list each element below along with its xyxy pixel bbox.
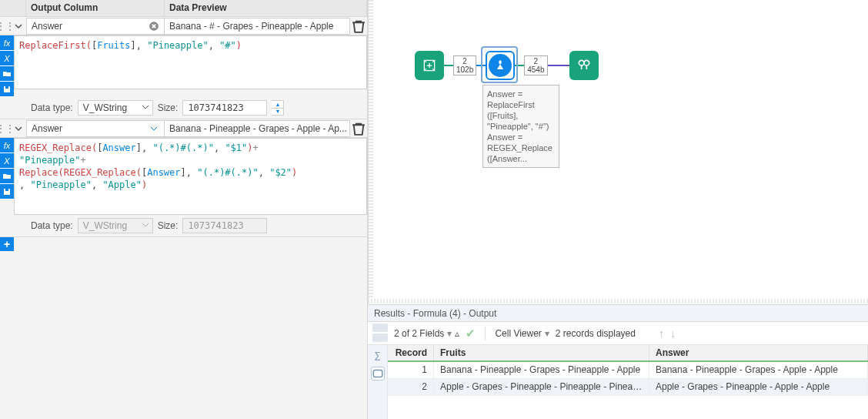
save-button[interactable] bbox=[0, 184, 14, 199]
expression-editor[interactable]: REGEX_Replace([Answer], "(.*)#(.*)", "$1… bbox=[14, 138, 367, 215]
cell-viewer-dropdown[interactable]: Cell Viewer ▾ bbox=[495, 328, 549, 339]
drag-handle-icon[interactable]: ⋮⋮ bbox=[0, 119, 11, 138]
chevron-down-icon bbox=[142, 102, 149, 113]
header-output-column: Output Column bbox=[26, 0, 165, 16]
svg-point-2 bbox=[579, 60, 584, 65]
results-toolbar: 2 of 2 Fields ▾ ▵ ✔ Cell Viewer ▾ 2 reco… bbox=[368, 322, 868, 345]
spin-down-icon: ▼ bbox=[272, 109, 283, 116]
output-column-value: Answer bbox=[32, 21, 149, 32]
add-expression-button[interactable]: + bbox=[0, 237, 14, 251]
check-icon[interactable]: ✔ bbox=[466, 327, 476, 340]
collapse-toggle[interactable] bbox=[11, 17, 26, 35]
text-input-tool[interactable] bbox=[415, 51, 444, 80]
size-spinner[interactable]: ▲▼ bbox=[272, 100, 284, 116]
collapse-toggle[interactable] bbox=[11, 119, 26, 138]
col-answer[interactable]: Answer bbox=[649, 345, 868, 360]
expression-block: ⋮⋮ Answer Banana - # - Grapes - Pineappl… bbox=[0, 17, 367, 119]
chevron-down-icon bbox=[149, 123, 159, 134]
fx-button[interactable]: fx bbox=[0, 138, 14, 153]
connector bbox=[476, 65, 486, 66]
formula-tool[interactable] bbox=[486, 51, 515, 80]
workflow: 2102b 2454b bbox=[415, 51, 599, 80]
data-preview-value: Banana - Pineapple - Grapes - Apple - Ap… bbox=[165, 120, 350, 137]
records-count: 2 records displayed bbox=[556, 328, 636, 339]
connection-label: 2454b bbox=[524, 55, 547, 75]
expression-toolbar: fx X bbox=[0, 35, 14, 97]
table-row[interactable]: 2 Apple - Grapes - Pineapple - Pineapple… bbox=[388, 379, 868, 396]
datatype-row: Data type: V_WString Size: 1073741823 bbox=[0, 215, 367, 236]
table-row[interactable]: 1 Banana - Pineapple - Grapes - Pineappl… bbox=[388, 362, 868, 379]
chevron-down-icon bbox=[142, 220, 149, 231]
datatype-select[interactable]: V_WString bbox=[78, 100, 153, 116]
fx-button[interactable]: fx bbox=[0, 35, 14, 51]
results-pane: Results - Formula (4) - Output 2 of 2 Fi… bbox=[368, 304, 868, 419]
sum-icon[interactable]: ∑ bbox=[371, 348, 385, 362]
output-column-input[interactable]: Answer bbox=[26, 18, 165, 35]
datatype-label: Data type: bbox=[31, 220, 73, 231]
variable-button[interactable]: X bbox=[0, 51, 14, 66]
variable-button[interactable]: X bbox=[0, 153, 14, 169]
datatype-select: V_WString bbox=[78, 218, 153, 233]
size-input: 1073741823 bbox=[182, 218, 267, 233]
arrow-up-icon[interactable]: ↑ bbox=[659, 327, 664, 340]
open-button[interactable] bbox=[0, 66, 14, 82]
expression-editor[interactable]: ReplaceFirst([Fruits], "Pineapple", "#") bbox=[14, 35, 367, 89]
connector bbox=[444, 65, 453, 66]
col-fruits[interactable]: Fruits bbox=[434, 345, 649, 360]
tool-annotation: Answer = ReplaceFirst ([Fruits], "Pineap… bbox=[482, 85, 559, 168]
size-input[interactable]: 1073741823 bbox=[182, 100, 267, 116]
results-sidebar: ∑ bbox=[368, 345, 388, 419]
browse-tool[interactable] bbox=[569, 51, 599, 80]
table-header: Record Fruits Answer bbox=[388, 345, 868, 362]
drag-handle-icon[interactable]: ⋮⋮ bbox=[0, 17, 11, 35]
config-header: Output Column Data Preview bbox=[0, 0, 367, 17]
output-column-value: Answer bbox=[32, 123, 149, 134]
datatype-row: Data type: V_WString Size: 1073741823 ▲▼ bbox=[0, 97, 367, 119]
connection-label: 2102b bbox=[453, 55, 476, 75]
expression-toolbar: fx X bbox=[0, 138, 14, 199]
results-title: Results - Formula (4) - Output bbox=[368, 305, 868, 322]
clear-icon[interactable] bbox=[149, 21, 159, 32]
results-table: Record Fruits Answer 1 Banana - Pineappl… bbox=[388, 345, 868, 419]
layout-icon[interactable] bbox=[372, 323, 388, 344]
connector bbox=[515, 65, 524, 66]
size-label: Size: bbox=[158, 102, 179, 113]
save-button[interactable] bbox=[0, 82, 14, 97]
svg-rect-4 bbox=[373, 370, 382, 377]
delete-button[interactable] bbox=[350, 17, 367, 35]
config-panel: Output Column Data Preview ⋮⋮ Answer Ban… bbox=[0, 0, 368, 419]
fields-dropdown[interactable]: 2 of 2 Fields ▾ ▵ bbox=[394, 328, 459, 339]
header-data-preview: Data Preview bbox=[165, 0, 367, 16]
svg-point-1 bbox=[499, 60, 502, 62]
svg-point-3 bbox=[584, 60, 589, 65]
field-row: ⋮⋮ Answer Banana - # - Grapes - Pineappl… bbox=[0, 17, 367, 35]
expression-block: ⋮⋮ Answer Banana - Pineapple - Grapes - … bbox=[0, 119, 367, 237]
size-label: Size: bbox=[158, 220, 179, 231]
delete-button[interactable] bbox=[350, 119, 367, 138]
workflow-canvas[interactable]: 2102b 2454b Answer = ReplaceFirst ([Frui… bbox=[368, 0, 868, 304]
datatype-label: Data type: bbox=[31, 102, 73, 113]
connector bbox=[548, 65, 569, 66]
data-preview-value: Banana - # - Grapes - Pineapple - Apple bbox=[165, 18, 350, 35]
data-icon[interactable] bbox=[371, 367, 385, 380]
output-column-select[interactable]: Answer bbox=[26, 120, 165, 137]
arrow-down-icon[interactable]: ↓ bbox=[670, 327, 676, 340]
header-gap bbox=[0, 0, 26, 16]
col-record[interactable]: Record bbox=[388, 345, 434, 360]
spin-up-icon: ▲ bbox=[272, 101, 283, 109]
field-row: ⋮⋮ Answer Banana - Pineapple - Grapes - … bbox=[0, 119, 367, 138]
open-button[interactable] bbox=[0, 169, 14, 184]
